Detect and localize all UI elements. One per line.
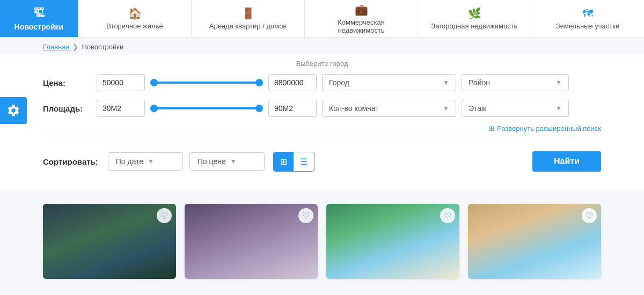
chevron-down-icon-3: ▼ <box>443 105 449 112</box>
area-filter-row: Площадь: Кол-во комнат ▼ Этаж ▼ <box>43 99 601 118</box>
building-icon: 🏗 <box>33 6 45 20</box>
chevron-down-icon-6: ▼ <box>230 158 237 165</box>
rooms-select[interactable]: Кол-во комнат ▼ <box>322 100 456 117</box>
area-range-slider[interactable] <box>150 99 263 118</box>
nav-item-zagorodnaya[interactable]: 🌿 Загородная недвижимость <box>418 0 531 37</box>
property-card-1[interactable]: ♡ <box>43 204 176 279</box>
nav-label-novostroyki: Новостройки <box>14 23 63 31</box>
settings-icon <box>6 104 20 117</box>
chevron-down-icon: ▼ <box>443 79 449 86</box>
price-slider-right[interactable] <box>255 79 263 86</box>
favorite-button-1[interactable]: ♡ <box>157 208 172 223</box>
breadcrumb-separator: ❯ <box>72 43 78 51</box>
sort-date-label: По дате <box>116 157 143 166</box>
sidebar-toggle[interactable] <box>0 97 27 124</box>
sort-by-price-select[interactable]: По цене ▼ <box>189 152 265 171</box>
rooms-select-label: Кол-во комнат <box>329 104 379 113</box>
nav-label-arenda: Аренда квартир / домов <box>209 22 287 30</box>
city-select[interactable]: Город ▼ <box>322 74 456 91</box>
price-min-input[interactable] <box>97 74 145 91</box>
grid-view-button[interactable]: ⊞ <box>274 152 294 171</box>
breadcrumb: Главная ❯ Новостройки <box>0 38 644 54</box>
nav-label-vtorichnoe: Вторичное жильё <box>106 22 163 30</box>
expand-search-link[interactable]: ⊞ Развернуть расширенный поиск <box>488 124 601 132</box>
price-max-input[interactable] <box>268 74 317 91</box>
price-label: Цена: <box>43 78 91 87</box>
chevron-down-icon-4: ▼ <box>555 105 562 112</box>
district-select[interactable]: Район ▼ <box>462 74 569 91</box>
nav-label-zagorodnaya: Загородная недвижимость <box>431 22 518 30</box>
list-view-button[interactable]: ☰ <box>294 152 314 171</box>
card-image-2: ♡ <box>185 204 318 279</box>
door-icon: 🚪 <box>241 7 255 20</box>
breadcrumb-current: Новостройки <box>82 43 123 51</box>
floor-select-label: Этаж <box>469 104 486 113</box>
cards-section: ♡ ♡ ♡ ♡ <box>0 190 644 287</box>
search-button[interactable]: Найти <box>532 151 601 172</box>
price-filter-row: Цена: Город ▼ Район ▼ <box>43 73 601 92</box>
grid-icon: ⊞ <box>488 124 494 132</box>
favorite-button-3[interactable]: ♡ <box>440 208 455 223</box>
expand-row: ⊞ Развернуть расширенный поиск <box>43 124 601 132</box>
chevron-down-icon-2: ▼ <box>555 79 562 86</box>
property-card-3[interactable]: ♡ <box>326 204 459 279</box>
nav-item-arenda[interactable]: 🚪 Аренда квартир / домов <box>191 0 304 37</box>
area-max-input[interactable] <box>268 100 317 117</box>
nav-item-kommerch[interactable]: 💼 Коммерческая недвижимость <box>304 0 418 37</box>
favorite-button-2[interactable]: ♡ <box>298 208 313 223</box>
map-icon: 🗺 <box>582 8 593 20</box>
cards-row: ♡ ♡ ♡ ♡ <box>43 198 601 279</box>
main-content: Выберите город Цена: Город ▼ Район ▼ Пло… <box>0 54 644 190</box>
nav-item-vtorichnoe[interactable]: 🏠 Вторичное жильё <box>78 0 191 37</box>
card-image-3: ♡ <box>326 204 459 279</box>
price-range-slider[interactable] <box>150 73 263 92</box>
sort-controls-row: Сортировать: По дате ▼ По цене ▼ ⊞ ☰ Най… <box>43 144 601 179</box>
floor-select[interactable]: Этаж ▼ <box>462 100 569 117</box>
sort-label: Сортировать: <box>43 157 98 166</box>
sort-price-label: По цене <box>197 157 226 166</box>
chevron-down-icon-5: ▼ <box>148 158 154 165</box>
area-min-input[interactable] <box>97 100 145 117</box>
card-image-4: ♡ <box>468 204 601 279</box>
breadcrumb-home[interactable]: Главная <box>43 43 69 51</box>
nav-label-zemelnie: Земельные участки <box>556 22 619 30</box>
nav-item-novostroyki[interactable]: 🏗 Новостройки <box>0 0 78 37</box>
city-select-label: Город <box>329 78 349 87</box>
sort-row <box>43 137 601 137</box>
briefcase-icon: 💼 <box>355 3 368 16</box>
price-slider-left[interactable] <box>150 79 158 86</box>
favorite-button-4[interactable]: ♡ <box>582 208 597 223</box>
area-slider-left[interactable] <box>150 105 158 112</box>
area-label: Площадь: <box>43 104 91 113</box>
navbar: 🏗 Новостройки 🏠 Вторичное жильё 🚪 Аренда… <box>0 0 644 38</box>
expand-label: Развернуть расширенный поиск <box>497 124 601 132</box>
area-slider-right[interactable] <box>255 105 263 112</box>
nav-label-kommerch: Коммерческая недвижимость <box>316 18 407 34</box>
sort-by-date-select[interactable]: По дате ▼ <box>108 152 183 171</box>
house-icon: 🏠 <box>128 7 142 20</box>
property-card-4[interactable]: ♡ <box>468 204 601 279</box>
card-image-1: ♡ <box>43 204 176 279</box>
property-card-2[interactable]: ♡ <box>185 204 318 279</box>
view-toggle: ⊞ ☰ <box>273 152 314 172</box>
city-hint: Выберите город <box>43 60 601 68</box>
nav-item-zemelnie[interactable]: 🗺 Земельные участки <box>531 0 644 37</box>
leaf-icon: 🌿 <box>468 7 481 20</box>
district-select-label: Район <box>469 78 490 87</box>
